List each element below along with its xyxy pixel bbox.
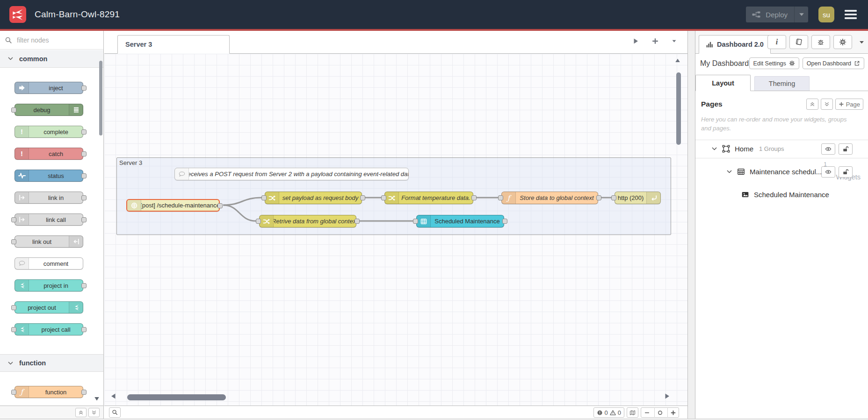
palette-node-label: project call <box>29 324 83 335</box>
palette-node-link-call[interactable]: link call <box>14 214 83 226</box>
navigator-toggle[interactable] <box>627 407 638 418</box>
output-port[interactable] <box>81 129 87 135</box>
palette-node-catch[interactable]: !catch <box>14 148 83 160</box>
flow-list-button[interactable] <box>671 37 677 45</box>
input-port[interactable] <box>413 219 418 224</box>
tree-row-home[interactable]: Home1 Groups <box>695 140 868 158</box>
input-port[interactable] <box>11 239 16 244</box>
palette-node-complete[interactable]: !complete <box>14 126 83 138</box>
input-port[interactable] <box>11 107 16 113</box>
edit-settings-button[interactable]: Edit Settings <box>749 57 799 69</box>
palette-node-debug[interactable]: debug <box>14 104 83 116</box>
output-port[interactable] <box>81 151 87 157</box>
output-port[interactable] <box>360 195 365 200</box>
output-port[interactable] <box>81 283 87 288</box>
add-page-button[interactable]: Page <box>835 99 863 110</box>
deploy-button[interactable]: Deploy <box>746 7 808 22</box>
flow-node-retrive[interactable]: Retrive data from global context <box>259 215 356 228</box>
input-port[interactable] <box>611 195 616 200</box>
visibility-toggle-button[interactable] <box>821 143 835 155</box>
lock-toggle-button[interactable] <box>839 143 853 155</box>
expand-all-button[interactable] <box>88 408 100 417</box>
output-port[interactable] <box>81 173 87 178</box>
tab-debug[interactable] <box>811 35 830 49</box>
output-port[interactable] <box>354 219 360 224</box>
output-port[interactable] <box>217 203 223 208</box>
output-port[interactable] <box>81 85 87 91</box>
palette-node-project-in[interactable]: project in <box>14 279 83 292</box>
flow-node-table[interactable]: Scheduled Maintenance <box>416 215 504 228</box>
flow-node-comment1[interactable]: Receives a POST request from Server 2 wi… <box>174 168 409 180</box>
input-port[interactable] <box>256 219 261 224</box>
input-port[interactable] <box>11 217 16 222</box>
main-menu-button[interactable] <box>845 10 857 19</box>
canvas-scroll-left-icon[interactable] <box>110 392 117 400</box>
canvas-vertical-scrollbar[interactable] <box>676 72 681 145</box>
tab-info[interactable]: i <box>767 35 786 49</box>
canvas-horizontal-scrollbar[interactable] <box>127 394 226 400</box>
next-tab-icon[interactable] <box>632 37 639 45</box>
tab-theming[interactable]: Theming <box>754 76 810 91</box>
palette-node-comment[interactable]: comment <box>14 257 83 270</box>
flow-node-httpin[interactable]: [post] /schedule-maintenance <box>126 199 220 212</box>
flow-tab-server3[interactable]: Server 3 <box>117 35 230 54</box>
expand-pages-button[interactable] <box>821 99 833 110</box>
flow-node-store[interactable]: ƒStore data to global context <box>501 192 598 204</box>
output-port[interactable] <box>471 195 477 200</box>
canvas-scroll-up-icon[interactable] <box>674 57 681 64</box>
palette-scroll-down-icon[interactable] <box>93 395 101 402</box>
output-port[interactable] <box>502 219 507 224</box>
tab-config[interactable] <box>833 35 852 49</box>
flow-canvas[interactable]: Server 3 Receives a POST request from Se… <box>104 54 687 406</box>
palette-node-function[interactable]: ƒfunction <box>14 386 83 398</box>
output-port[interactable] <box>81 327 87 332</box>
zoom-in-button[interactable] <box>667 407 679 418</box>
sidebar-tab-list-button[interactable] <box>858 39 865 46</box>
deploy-options-button[interactable] <box>794 7 808 22</box>
output-port[interactable] <box>81 217 87 222</box>
input-port[interactable] <box>11 305 16 310</box>
tree-row-maintenance-schedul-[interactable]: Maintenance schedul...1Widgets <box>695 158 868 185</box>
zoom-reset-button[interactable] <box>654 407 665 418</box>
palette-node-project-out[interactable]: project out <box>14 301 83 313</box>
palette-category-function[interactable]: function <box>0 354 103 372</box>
flow-node-format[interactable]: Format temperature data. <box>384 192 473 204</box>
palette-node-inject[interactable]: inject <box>14 82 83 94</box>
notifications-toggle[interactable]: 0 0 <box>593 407 624 418</box>
search-flows-button[interactable] <box>109 407 121 418</box>
add-flow-button[interactable] <box>651 37 659 45</box>
flow-node-httpres[interactable]: http (200) <box>615 192 661 204</box>
palette-node-link-in[interactable]: link in <box>14 192 83 204</box>
input-port[interactable] <box>261 195 267 200</box>
zoom-out-button[interactable] <box>641 407 652 418</box>
palette-scrollbar-thumb[interactable] <box>99 61 102 135</box>
tree-row-scheduled-maintenance[interactable]: Scheduled Maintenance <box>695 185 868 204</box>
output-port[interactable] <box>81 390 87 395</box>
input-port[interactable] <box>381 195 386 200</box>
input-port[interactable] <box>11 390 16 395</box>
palette-node-project-call[interactable]: project call <box>14 323 83 335</box>
palette-search[interactable] <box>0 31 103 50</box>
chevron-down-icon[interactable] <box>711 146 717 152</box>
flow-node-set[interactable]: set payload as request body <box>265 192 362 204</box>
open-dashboard-button[interactable]: Open Dashboard <box>803 57 864 69</box>
user-avatar[interactable]: su <box>818 7 834 22</box>
input-port[interactable] <box>11 327 16 332</box>
output-port[interactable] <box>596 195 601 200</box>
collapse-all-button[interactable] <box>75 408 87 417</box>
visibility-toggle-button[interactable] <box>821 166 835 178</box>
palette-node-status[interactable]: status <box>14 170 83 182</box>
palette-category-common[interactable]: common <box>0 50 103 68</box>
collapse-pages-button[interactable] <box>806 99 818 110</box>
tab-help[interactable] <box>789 35 808 49</box>
canvas-scroll-right-icon[interactable] <box>663 392 671 400</box>
output-port[interactable] <box>81 195 87 200</box>
tab-layout[interactable]: Layout <box>695 75 751 91</box>
palette-node-link-out[interactable]: link out <box>14 235 83 248</box>
tab-dashboard-2[interactable]: Dashboard 2.0 <box>699 35 771 54</box>
lock-toggle-button[interactable] <box>839 166 853 178</box>
sidebar-resize-handle[interactable] <box>687 31 695 419</box>
chevron-down-icon[interactable] <box>726 169 732 175</box>
filter-nodes-input[interactable] <box>16 36 86 44</box>
input-port[interactable] <box>498 195 503 200</box>
